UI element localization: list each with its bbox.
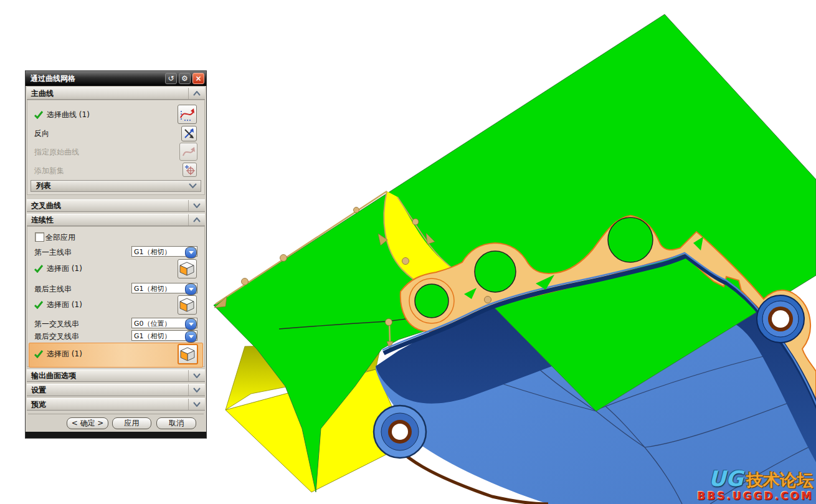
close-button[interactable]: × (192, 73, 204, 84)
dropdown-value: G0（位置） (134, 319, 171, 328)
curve-point-ball (485, 297, 491, 303)
screw-boss-right[interactable] (757, 295, 804, 343)
dropdown-value: G1（相切） (134, 284, 171, 293)
chevron-down-icon (189, 183, 197, 189)
check-icon (34, 264, 44, 273)
screw-boss-left[interactable] (374, 406, 426, 458)
last-cross-dropdown[interactable]: G1（相切） (131, 330, 197, 341)
last-primary-dropdown[interactable]: G1（相切） (131, 283, 197, 293)
select-face-mid-label: 选择面 (1) (47, 300, 82, 310)
reset-button[interactable]: ↺ (165, 73, 177, 84)
dropdown-arrow-icon (185, 318, 197, 330)
chevron-down-icon (188, 399, 205, 410)
section-header-preview[interactable]: 预览 (27, 398, 205, 411)
reverse-direction-icon (183, 128, 195, 140)
section-title: 输出曲面选项 (27, 371, 188, 381)
dropdown-arrow-icon (185, 331, 197, 343)
ok-button[interactable]: < 确定 > (67, 417, 108, 429)
cancel-button[interactable]: 取消 (156, 417, 196, 429)
dialog-bottom-grip[interactable] (26, 432, 206, 438)
list-label: 列表 (31, 181, 189, 191)
check-icon (34, 110, 44, 119)
select-face-last-label: 选择面 (1) (47, 349, 82, 359)
through-curve-mesh-dialog: 通过曲线网格 ↺ ⚙ × 主曲线 选择曲线 (1) 反向 (25, 70, 207, 439)
select-face-first-button[interactable] (178, 259, 197, 278)
section-header-main-curve[interactable]: 主曲线 (27, 87, 205, 100)
specify-origin-curve-button[interactable] (179, 143, 197, 161)
apply-all-checkbox[interactable] (35, 232, 44, 242)
section-title: 交叉曲线 (27, 201, 188, 211)
section-header-output-options[interactable]: 输出曲面选项 (27, 369, 205, 382)
last-cross-label: 最后交叉线串 (34, 331, 79, 342)
dropdown-value: G1（相切） (134, 331, 171, 341)
chevron-up-icon (188, 214, 205, 226)
chevron-down-icon (188, 200, 205, 211)
add-new-set-icon (184, 164, 195, 175)
origin-curve-icon (181, 145, 196, 159)
flange-hole-1 (415, 284, 448, 318)
first-primary-dropdown[interactable]: G1（相切） (131, 246, 197, 257)
specify-origin-curve-label: 指定原始曲线 (34, 147, 79, 158)
dialog-title: 通过曲线网格 (26, 74, 165, 84)
reverse-label: 反向 (34, 128, 49, 139)
first-cross-dropdown[interactable]: G0（位置） (131, 318, 197, 328)
first-cross-label: 第一交叉线串 (34, 319, 79, 330)
dialog-titlebar[interactable]: 通过曲线网格 ↺ ⚙ × (26, 71, 206, 86)
select-face-last-button[interactable] (178, 344, 198, 364)
curve-mesh-icon (179, 107, 195, 122)
apply-all-label: 全部应用 (45, 232, 75, 243)
select-curve-button[interactable] (178, 105, 197, 124)
section-header-continuity[interactable]: 连续性 (27, 214, 205, 226)
section-title: 设置 (27, 385, 188, 396)
add-new-set-label: 添加新集 (34, 166, 64, 176)
list-bar[interactable]: 列表 (31, 180, 201, 192)
section-title: 预览 (27, 399, 188, 410)
chevron-up-icon (188, 88, 205, 99)
check-icon (34, 349, 44, 358)
dropdown-value: G1（相切） (134, 247, 171, 257)
dropdown-arrow-icon (185, 283, 197, 295)
dialog-settings-button[interactable]: ⚙ (179, 73, 191, 84)
section-title: 连续性 (27, 215, 188, 226)
divider (28, 414, 204, 414)
add-new-set-button[interactable] (183, 163, 197, 177)
first-primary-label: 第一主线串 (34, 247, 72, 258)
select-face-mid-button[interactable] (178, 295, 197, 315)
reverse-button[interactable] (181, 126, 197, 141)
select-face-first-label: 选择面 (1) (47, 264, 82, 274)
flange-hole-3 (608, 217, 653, 262)
section-header-settings[interactable]: 设置 (27, 384, 205, 396)
flange-hole-2 (475, 251, 516, 292)
select-curve-label: 选择曲线 (1) (47, 110, 90, 120)
face-cube-icon (179, 261, 195, 277)
apply-button[interactable]: 应用 (112, 417, 151, 429)
chevron-down-icon (188, 370, 205, 381)
last-primary-label: 最后主线串 (34, 284, 72, 295)
chevron-down-icon (188, 384, 205, 396)
face-cube-icon (179, 297, 195, 313)
check-icon (34, 300, 44, 309)
dropdown-arrow-icon (185, 247, 197, 259)
section-header-cross-curve[interactable]: 交叉曲线 (27, 199, 205, 212)
section-title: 主曲线 (27, 88, 188, 99)
application-window: UG 技术论坛 BBS.UGGD.COM 通过曲线网格 ↺ ⚙ × 主曲线 选择… (0, 0, 816, 504)
face-cube-icon (180, 346, 196, 362)
